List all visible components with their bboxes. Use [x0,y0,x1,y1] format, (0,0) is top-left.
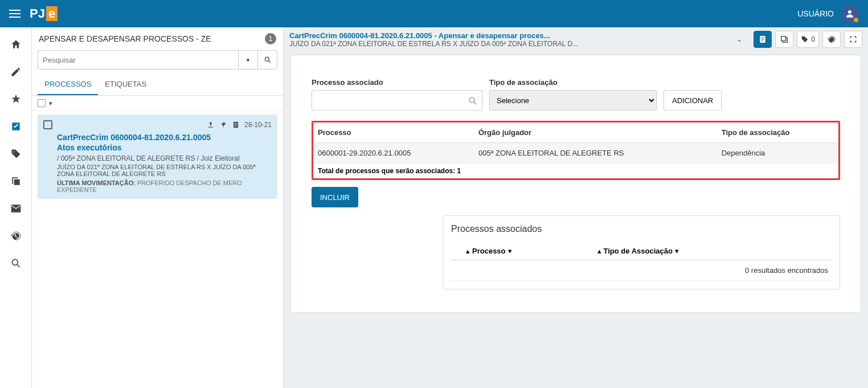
type-label: Tipo de associação [489,78,657,87]
expand-toggle-icon[interactable]: ⌄ [725,35,754,43]
search-button[interactable] [258,50,277,70]
associados-panel: Processos associados ▴ Processo ▾ ▴ Tipo… [443,215,840,289]
tag-count-button[interactable]: 0 [797,31,819,48]
th-tipo: Tipo de associação [717,122,838,143]
autos-button[interactable] [754,31,772,48]
empty-results: 0 resultados encontrados [451,260,832,281]
filter-checkbox[interactable] [38,99,46,107]
user-label: USUÁRIO [797,9,834,18]
tab-processos[interactable]: PROCESSOS [38,74,98,95]
tab-etiquetas[interactable]: ETIQUETAS [98,74,153,95]
pje-logo: PJe [30,6,58,21]
total-label: Total de processos que serão associados:… [313,164,838,178]
svg-point-7 [469,97,474,103]
chevron-down-icon: ▾ [49,100,52,107]
adicionar-button[interactable]: ADICIONAR [664,90,722,111]
sort-up-icon: ▴ [597,247,601,255]
main-area: CartPrecCrim 0600004-81.2020.6.21.0005 -… [284,27,868,388]
pencil-icon[interactable] [10,66,22,77]
search-input[interactable] [38,50,239,70]
sort-tipo[interactable]: ▴ Tipo de Associação ▾ [597,247,679,255]
upload-icon[interactable] [207,121,215,129]
history-icon[interactable] [10,230,22,242]
app-header: PJe USUÁRIO [0,0,868,27]
pin-icon[interactable] [219,121,227,129]
th-processo: Processo [313,122,474,143]
history-button[interactable] [822,31,841,48]
sort-down-icon: ▾ [508,247,512,255]
panel-count-badge: 1 [265,33,276,44]
left-panel: APENSAR E DESAPENSAR PROCESSOS - ZE 1 ▼ … [32,27,284,388]
process-card[interactable]: 28-10-21 CartPrecCrim 0600004-81.2020.6.… [38,115,277,199]
associados-title: Processos associados [451,224,832,234]
tipo-associacao-select[interactable]: Selecione [489,90,657,111]
search-dropdown[interactable]: ▼ [239,50,258,70]
share-button[interactable] [775,31,793,48]
sort-down-icon: ▾ [675,247,679,255]
panel-title: APENSAR E DESAPENSAR PROCESSOS - ZE [39,34,211,43]
tags-icon[interactable] [10,148,22,160]
search-icon[interactable] [10,258,22,269]
document-icon[interactable] [232,121,240,129]
sort-processo[interactable]: ▴ Processo ▾ [466,247,512,255]
svg-point-0 [848,10,851,14]
th-orgao: Órgão julgador [474,122,717,143]
envelope-icon[interactable] [10,203,22,214]
svg-rect-6 [781,36,786,41]
main-title[interactable]: CartPrecCrim 0600004-81.2020.6.21.0005 -… [289,31,725,40]
card-checkbox[interactable] [43,120,52,129]
incluir-button[interactable]: INCLUIR [312,187,358,207]
main-subtitle: JUÍZO DA 021ª ZONA ELEITORAL DE ESTRELA … [289,40,725,48]
card-line2: JUÍZO DA 021ª ZONA ELEITORAL DE ESTRELA … [57,164,272,177]
svg-point-2 [12,259,18,265]
staged-table-highlight: Processo Órgão julgador Tipo de associaç… [312,121,840,180]
search-icon[interactable] [468,96,478,106]
star-icon[interactable] [10,93,22,105]
card-line1: / 005ª ZONA ELEITORAL DE ALEGRETE RS / J… [57,154,272,162]
fullscreen-button[interactable] [844,31,862,48]
sort-up-icon: ▴ [466,247,470,255]
home-icon[interactable] [10,39,22,50]
table-row: 0600001-29.2020.6.21.0005 005ª ZONA ELEI… [313,143,838,164]
processo-associado-input[interactable] [312,90,482,111]
check-icon[interactable] [10,121,22,132]
card-subtitle: Atos executórios [57,143,272,152]
card-movement: ÚLTIMA MOVIMENTAÇÃO: PROFERIDO DESPACHO … [57,179,272,193]
svg-point-3 [265,57,269,61]
menu-toggle-icon[interactable] [9,10,21,18]
copy-icon[interactable] [10,175,22,187]
form-panel: Processo associado Tipo de associação Se… [290,55,861,313]
vertical-nav [0,27,32,388]
assoc-label: Processo associado [312,78,482,87]
card-title: CartPrecCrim 0600004-81.2020.6.21.0005 [57,133,272,142]
filter-row[interactable]: ▾ [32,96,283,111]
card-date: 28-10-21 [244,121,272,129]
avatar[interactable] [841,5,859,23]
staged-table: Processo Órgão julgador Tipo de associaç… [313,122,838,164]
